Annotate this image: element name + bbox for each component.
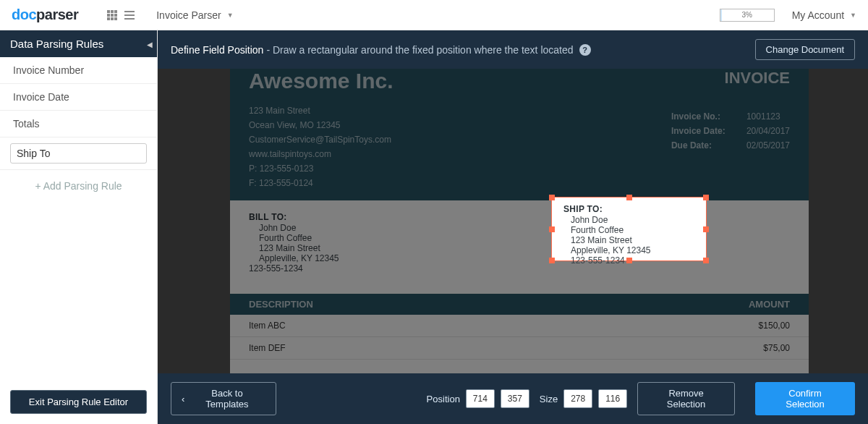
svg-rect-8 [114,17,117,20]
grid-view-icon[interactable] [107,10,117,20]
doc-table-row: Item DEF $75,00 [230,337,809,360]
svg-rect-10 [124,14,135,16]
logo-prefix: doc [12,7,36,22]
doc-invoice-meta: Invoice No.:1001123 Invoice Date:20/04/2… [671,109,790,153]
sidebar-header[interactable]: Data Parsing Rules ◀ [0,30,157,57]
bottom-bar: ‹ Back to Templates Position Size Remove… [158,373,868,424]
position-x-input[interactable] [466,389,495,408]
resize-handle-bottom[interactable] [626,258,632,263]
doc-company-name: Awesome Inc. [249,69,790,103]
parser-name: Invoice Parser [156,9,221,21]
rule-item-invoice-date[interactable]: Invoice Date [0,84,157,111]
doc-table-header: DESCRIPTION AMOUNT [230,294,809,315]
back-to-templates-button[interactable]: ‹ Back to Templates [171,382,276,415]
resize-handle-top[interactable] [626,195,632,200]
selection-box[interactable]: SHIP TO: John Doe Fourth Coffee 123 Main… [551,197,707,261]
chevron-left-icon[interactable]: ◀ [147,40,153,48]
svg-rect-0 [107,10,110,13]
resize-handle-bottom-left[interactable] [549,258,555,263]
caret-down-icon: ▼ [850,12,856,19]
remove-selection-button[interactable]: Remove Selection [637,382,735,415]
resize-handle-bottom-right[interactable] [703,258,709,263]
rule-item-totals[interactable]: Totals [0,111,157,137]
svg-rect-6 [107,17,110,20]
list-view-icon[interactable] [124,10,135,20]
svg-rect-7 [111,17,114,20]
size-w-input[interactable] [563,389,592,408]
resize-handle-top-left[interactable] [549,195,555,200]
my-account-label: My Account [792,9,844,21]
resize-handle-right[interactable] [703,226,709,232]
doc-table-row: Item ABC $150,00 [230,315,809,337]
size-label: Size [540,394,558,404]
svg-rect-4 [111,14,114,17]
logo[interactable]: docparser [12,7,78,23]
add-parsing-rule-button[interactable]: + Add Parsing Rule [0,170,157,202]
document-preview: Awesome Inc. INVOICE 123 Main Street Oce… [230,69,809,373]
svg-rect-11 [124,18,135,20]
parser-dropdown[interactable]: Invoice Parser ▼ [156,9,233,21]
exit-editor-button[interactable]: Exit Parsing Rule Editor [10,390,147,414]
position-y-input[interactable] [501,389,529,408]
change-document-button[interactable]: Change Document [755,39,855,60]
rule-name-input[interactable] [10,143,147,164]
header-title: Define Field Position [171,44,263,56]
doc-bill-to: BILL TO: John Doe Fourth Coffee 123 Main… [249,212,339,274]
svg-rect-9 [124,11,135,12]
doc-invoice-label: INVOICE [725,69,790,88]
sidebar: Data Parsing Rules ◀ Invoice Number Invo… [0,30,158,424]
progress-indicator: 3% [720,9,775,22]
svg-rect-5 [114,14,117,17]
svg-rect-2 [114,10,117,13]
sidebar-title: Data Parsing Rules [10,38,103,50]
progress-text: 3% [741,11,752,19]
content-header: Define Field Position - Draw a rectangul… [158,30,868,69]
caret-down-icon: ▼ [227,12,234,19]
logo-suffix: parser [36,7,78,22]
svg-rect-1 [111,10,114,13]
header-desc: - Draw a rectangular around the fixed po… [266,44,573,56]
resize-handle-top-right[interactable] [703,195,709,200]
help-icon[interactable]: ? [579,44,591,56]
chevron-left-icon: ‹ [182,394,184,404]
svg-rect-3 [107,14,110,17]
size-h-input[interactable] [598,389,627,408]
document-viewport[interactable]: Awesome Inc. INVOICE 123 Main Street Oce… [158,69,868,373]
confirm-selection-button[interactable]: Confirm Selection [755,382,855,415]
position-label: Position [427,394,460,404]
top-bar: docparser Invoice Parser ▼ 3% My Account… [0,0,868,30]
resize-handle-left[interactable] [549,226,555,232]
my-account-dropdown[interactable]: My Account ▼ [792,9,856,21]
rule-item-invoice-number[interactable]: Invoice Number [0,57,157,84]
